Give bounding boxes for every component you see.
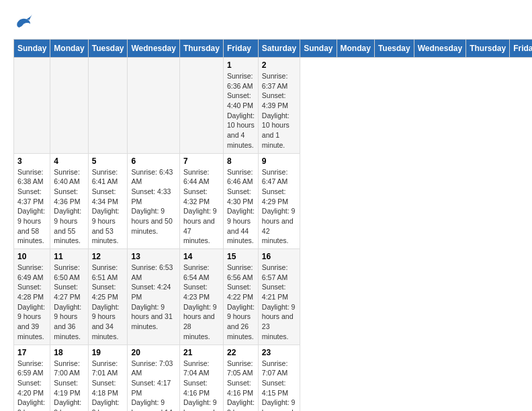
day-info: Sunrise: 6:38 AM Sunset: 4:37 PM Dayligh… <box>17 167 46 246</box>
day-number: 15 <box>227 252 255 261</box>
day-number: 23 <box>262 348 296 357</box>
day-number: 17 <box>17 348 46 357</box>
day-info: Sunrise: 6:44 AM Sunset: 4:32 PM Dayligh… <box>183 167 220 246</box>
calendar-cell: 3Sunrise: 6:38 AM Sunset: 4:37 PM Daylig… <box>14 153 50 249</box>
day-number: 13 <box>131 252 175 261</box>
day-number: 3 <box>17 156 46 166</box>
day-number: 10 <box>17 252 46 261</box>
day-info: Sunrise: 6:59 AM Sunset: 4:20 PM Dayligh… <box>17 359 46 412</box>
calendar-cell: 11Sunrise: 6:50 AM Sunset: 4:27 PM Dayli… <box>50 249 88 345</box>
day-info: Sunrise: 7:07 AM Sunset: 4:15 PM Dayligh… <box>262 359 296 412</box>
day-header-thursday: Thursday <box>466 40 510 58</box>
day-number: 19 <box>92 348 124 357</box>
day-info: Sunrise: 7:00 AM Sunset: 4:19 PM Dayligh… <box>54 359 84 412</box>
calendar-cell <box>88 58 128 154</box>
calendar-cell: 1Sunrise: 6:36 AM Sunset: 4:40 PM Daylig… <box>223 58 258 154</box>
calendar-cell: 23Sunrise: 7:07 AM Sunset: 4:15 PM Dayli… <box>258 345 300 411</box>
day-info: Sunrise: 7:01 AM Sunset: 4:18 PM Dayligh… <box>92 359 124 412</box>
calendar-cell: 15Sunrise: 6:56 AM Sunset: 4:22 PM Dayli… <box>223 249 258 345</box>
day-header-sunday: Sunday <box>300 40 337 58</box>
day-number: 12 <box>92 252 124 261</box>
day-info: Sunrise: 6:51 AM Sunset: 4:25 PM Dayligh… <box>92 263 124 342</box>
day-info: Sunrise: 6:46 AM Sunset: 4:30 PM Dayligh… <box>227 167 255 246</box>
day-info: Sunrise: 6:41 AM Sunset: 4:34 PM Dayligh… <box>92 167 124 246</box>
calendar-cell <box>14 58 50 154</box>
day-header-wednesday: Wednesday <box>128 40 179 58</box>
day-number: 16 <box>262 252 296 261</box>
day-header-tuesday: Tuesday <box>88 40 128 58</box>
day-info: Sunrise: 6:40 AM Sunset: 4:36 PM Dayligh… <box>54 167 84 246</box>
day-header-monday: Monday <box>50 40 88 58</box>
calendar-cell: 8Sunrise: 6:46 AM Sunset: 4:30 PM Daylig… <box>223 153 258 249</box>
day-header-sunday: Sunday <box>14 40 50 58</box>
logo <box>13 13 35 32</box>
day-number: 20 <box>131 348 175 357</box>
calendar-cell: 6Sunrise: 6:43 AM Sunset: 4:33 PM Daylig… <box>128 153 179 249</box>
day-header-friday: Friday <box>510 40 532 58</box>
day-header-thursday: Thursday <box>179 40 223 58</box>
calendar-week-2: 3Sunrise: 6:38 AM Sunset: 4:37 PM Daylig… <box>14 153 533 249</box>
calendar-cell: 22Sunrise: 7:05 AM Sunset: 4:16 PM Dayli… <box>223 345 258 411</box>
logo-bird-icon <box>13 13 32 32</box>
day-number: 4 <box>54 156 84 166</box>
calendar-cell: 18Sunrise: 7:00 AM Sunset: 4:19 PM Dayli… <box>50 345 88 411</box>
calendar-cell: 5Sunrise: 6:41 AM Sunset: 4:34 PM Daylig… <box>88 153 128 249</box>
day-info: Sunrise: 6:37 AM Sunset: 4:39 PM Dayligh… <box>262 71 296 150</box>
day-header-monday: Monday <box>337 40 374 58</box>
calendar-week-3: 10Sunrise: 6:49 AM Sunset: 4:28 PM Dayli… <box>14 249 533 345</box>
calendar-cell: 16Sunrise: 6:57 AM Sunset: 4:21 PM Dayli… <box>258 249 300 345</box>
day-info: Sunrise: 6:54 AM Sunset: 4:23 PM Dayligh… <box>183 263 220 342</box>
day-number: 1 <box>227 60 255 70</box>
day-number: 2 <box>262 60 296 70</box>
calendar-cell: 14Sunrise: 6:54 AM Sunset: 4:23 PM Dayli… <box>179 249 223 345</box>
calendar-cell: 9Sunrise: 6:47 AM Sunset: 4:29 PM Daylig… <box>258 153 300 249</box>
day-info: Sunrise: 6:43 AM Sunset: 4:33 PM Dayligh… <box>131 167 175 236</box>
day-info: Sunrise: 6:49 AM Sunset: 4:28 PM Dayligh… <box>17 263 46 342</box>
day-number: 18 <box>54 348 84 357</box>
calendar-week-4: 17Sunrise: 6:59 AM Sunset: 4:20 PM Dayli… <box>14 345 533 411</box>
calendar-cell <box>128 58 179 154</box>
day-number: 6 <box>131 156 175 166</box>
calendar-cell: 20Sunrise: 7:03 AM Sunset: 4:17 PM Dayli… <box>128 345 179 411</box>
day-info: Sunrise: 7:03 AM Sunset: 4:17 PM Dayligh… <box>131 359 175 412</box>
day-info: Sunrise: 6:53 AM Sunset: 4:24 PM Dayligh… <box>131 263 175 332</box>
day-header-saturday: Saturday <box>258 40 300 58</box>
day-info: Sunrise: 6:56 AM Sunset: 4:22 PM Dayligh… <box>227 263 255 342</box>
calendar-cell: 13Sunrise: 6:53 AM Sunset: 4:24 PM Dayli… <box>128 249 179 345</box>
day-header-friday: Friday <box>223 40 258 58</box>
calendar-cell: 4Sunrise: 6:40 AM Sunset: 4:36 PM Daylig… <box>50 153 88 249</box>
calendar-cell: 10Sunrise: 6:49 AM Sunset: 4:28 PM Dayli… <box>14 249 50 345</box>
day-number: 5 <box>92 156 124 166</box>
day-number: 11 <box>54 252 84 261</box>
day-info: Sunrise: 7:04 AM Sunset: 4:16 PM Dayligh… <box>183 359 220 412</box>
day-info: Sunrise: 6:47 AM Sunset: 4:29 PM Dayligh… <box>262 167 296 246</box>
day-info: Sunrise: 6:50 AM Sunset: 4:27 PM Dayligh… <box>54 263 84 342</box>
calendar-cell: 7Sunrise: 6:44 AM Sunset: 4:32 PM Daylig… <box>179 153 223 249</box>
day-info: Sunrise: 6:57 AM Sunset: 4:21 PM Dayligh… <box>262 263 296 342</box>
calendar-table: SundayMondayTuesdayWednesdayThursdayFrid… <box>13 39 532 411</box>
calendar-cell: 19Sunrise: 7:01 AM Sunset: 4:18 PM Dayli… <box>88 345 128 411</box>
day-number: 9 <box>262 156 296 166</box>
calendar-header-row: SundayMondayTuesdayWednesdayThursdayFrid… <box>14 40 533 58</box>
day-number: 8 <box>227 156 255 166</box>
calendar-week-1: 1Sunrise: 6:36 AM Sunset: 4:40 PM Daylig… <box>14 58 533 154</box>
calendar-cell: 21Sunrise: 7:04 AM Sunset: 4:16 PM Dayli… <box>179 345 223 411</box>
day-number: 7 <box>183 156 220 166</box>
calendar-cell: 2Sunrise: 6:37 AM Sunset: 4:39 PM Daylig… <box>258 58 300 154</box>
day-number: 21 <box>183 348 220 357</box>
calendar-cell: 12Sunrise: 6:51 AM Sunset: 4:25 PM Dayli… <box>88 249 128 345</box>
calendar-cell <box>179 58 223 154</box>
day-header-wednesday: Wednesday <box>414 40 466 58</box>
page-header <box>13 13 519 32</box>
day-info: Sunrise: 6:36 AM Sunset: 4:40 PM Dayligh… <box>227 71 255 150</box>
day-header-tuesday: Tuesday <box>374 40 414 58</box>
day-info: Sunrise: 7:05 AM Sunset: 4:16 PM Dayligh… <box>227 359 255 412</box>
day-number: 22 <box>227 348 255 357</box>
day-number: 14 <box>183 252 220 261</box>
calendar-cell: 17Sunrise: 6:59 AM Sunset: 4:20 PM Dayli… <box>14 345 50 411</box>
calendar-cell <box>50 58 88 154</box>
